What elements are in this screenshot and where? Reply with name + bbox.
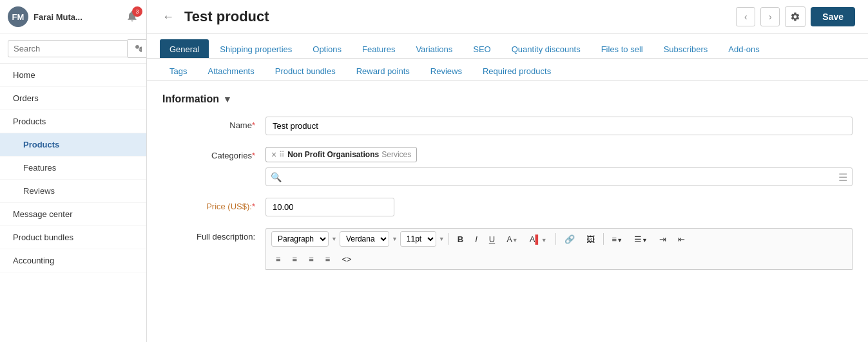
information-section-header: Information ▼ [162,93,853,105]
sidebar-item-products-sub[interactable]: Products [0,133,146,157]
indent-button[interactable]: ⇥ [655,232,671,247]
avatar: FM [8,6,28,27]
align-right-button[interactable]: ≡ [304,252,318,267]
tabs-row-2: Tags Attachments Product bundles Reward … [147,59,868,81]
remove-category-button[interactable]: × [271,149,276,160]
back-button[interactable]: ← [160,8,177,26]
notification-badge: 3 [132,6,142,17]
price-input[interactable] [265,198,394,216]
page-title: Test product [184,8,728,25]
tab-subscribers[interactable]: Subscribers [654,39,718,59]
tab-reviews[interactable]: Reviews [421,61,472,81]
tab-variations[interactable]: Variations [406,39,462,59]
rte-toolbar2: ≡ ≡ ≡ ≡ <> [265,249,853,270]
size-select[interactable]: 11pt [400,231,436,247]
tab-product-bundles[interactable]: Product bundles [265,61,345,81]
search-icon: 🔍 [271,172,282,182]
align-justify-button[interactable]: ≡ [321,252,335,267]
tab-general[interactable]: General [160,39,209,59]
italic-button[interactable]: I [470,232,482,247]
sidebar: FM Farai Muta... 3 Home Orders Products … [0,0,147,342]
tab-options[interactable]: Options [303,39,351,59]
drag-handle-icon[interactable]: ⠿ [279,150,285,159]
source-button[interactable]: <> [337,252,356,267]
name-required: * [252,120,255,130]
content-area: Information ▼ Name* Categories* × ⠿ [147,81,868,342]
save-button[interactable]: Save [811,7,855,26]
underline-button[interactable]: U [485,232,499,247]
ordered-list-button[interactable]: ≡▼ [608,232,628,247]
sidebar-item-features[interactable]: Features [0,157,146,180]
bold-button[interactable]: B [453,232,468,247]
align-center-button[interactable]: ≡ [288,252,302,267]
topbar-actions: ‹ › Save [736,6,855,27]
separator-3 [603,233,604,245]
category-tag: × ⠿ Non Profit Organisations Services [265,147,417,162]
topbar: ← Test product ‹ › Save [147,0,868,34]
tab-files-to-sell[interactable]: Files to sell [592,39,653,59]
unordered-list-button[interactable]: ☰▼ [630,232,652,247]
font-color-button[interactable]: A▼ [502,232,523,247]
categories-field: × ⠿ Non Profit Organisations Services 🔍 … [265,147,853,186]
name-input[interactable] [265,117,853,135]
categories-tags: × ⠿ Non Profit Organisations Services [265,147,853,162]
font-select[interactable]: Verdana [340,231,389,247]
sidebar-item-message-center[interactable]: Message center [0,203,146,226]
description-row: Full description: Paragraph ▼ Verdana ▼ … [162,228,853,270]
name-label: Name* [162,117,265,130]
sidebar-item-orders[interactable]: Orders [0,87,146,110]
image-button[interactable]: 🖼 [582,232,599,247]
tab-add-ons[interactable]: Add-ons [719,39,769,59]
sidebar-username: Farai Muta... [34,12,121,22]
main-content: ← Test product ‹ › Save General Shipping… [147,0,868,342]
sidebar-item-products[interactable]: Products [0,110,146,133]
sidebar-search-bar [0,34,146,64]
sidebar-nav: Home Orders Products Products Features R… [0,64,146,342]
align-left-button[interactable]: ≡ [271,252,285,267]
outdent-button[interactable]: ⇤ [673,232,690,247]
sidebar-header: FM Farai Muta... 3 [0,0,146,34]
categories-label: Categories* [162,147,265,160]
name-row: Name* [162,117,853,135]
separator-1 [448,233,449,245]
notification-bell[interactable]: 3 [126,10,139,24]
paragraph-select[interactable]: Paragraph [271,231,329,247]
tab-quantity-discounts[interactable]: Quantity discounts [502,39,590,59]
search-input[interactable] [8,40,128,57]
category-search-wrap: 🔍 ☰ [265,167,853,186]
size-dropdown-arrow: ▼ [439,236,445,242]
price-required: * [252,202,255,211]
tab-seo[interactable]: SEO [463,39,500,59]
section-toggle-icon[interactable]: ▼ [223,94,232,104]
settings-button[interactable] [785,6,805,27]
menu-icon[interactable]: ☰ [838,171,847,183]
price-field [265,198,853,216]
sidebar-item-accounting[interactable]: Accounting [0,249,146,272]
categories-row: Categories* × ⠿ Non Profit Organisations… [162,147,853,186]
sidebar-item-product-bundles[interactable]: Product bundles [0,226,146,249]
category-sub: Services [381,150,411,159]
description-field: Paragraph ▼ Verdana ▼ 11pt ▼ B I U A▼ [265,228,853,270]
description-label: Full description: [162,228,265,242]
separator-2 [555,233,556,245]
tab-tags[interactable]: Tags [160,61,197,81]
tab-features[interactable]: Features [352,39,405,59]
font-dropdown-arrow: ▼ [392,236,398,242]
rte-toolbar: Paragraph ▼ Verdana ▼ 11pt ▼ B I U A▼ [265,228,853,249]
link-button[interactable]: 🔗 [560,232,579,247]
tabs-row-1: General Shipping properties Options Feat… [147,34,868,59]
sidebar-item-reviews[interactable]: Reviews [0,180,146,203]
category-search-input[interactable] [265,167,853,186]
name-field [265,117,853,135]
sidebar-item-home[interactable]: Home [0,64,146,87]
next-button[interactable]: › [760,7,780,26]
prev-button[interactable]: ‹ [736,7,755,26]
categories-required: * [252,151,255,160]
tab-shipping[interactable]: Shipping properties [210,39,302,59]
tab-reward-points[interactable]: Reward points [347,61,420,81]
tab-attachments[interactable]: Attachments [198,61,264,81]
search-button[interactable] [128,39,147,58]
highlight-color-button[interactable]: A▌▼ [525,232,552,247]
price-label: Price (US$):* [162,198,265,211]
tab-required-products[interactable]: Required products [473,61,561,81]
